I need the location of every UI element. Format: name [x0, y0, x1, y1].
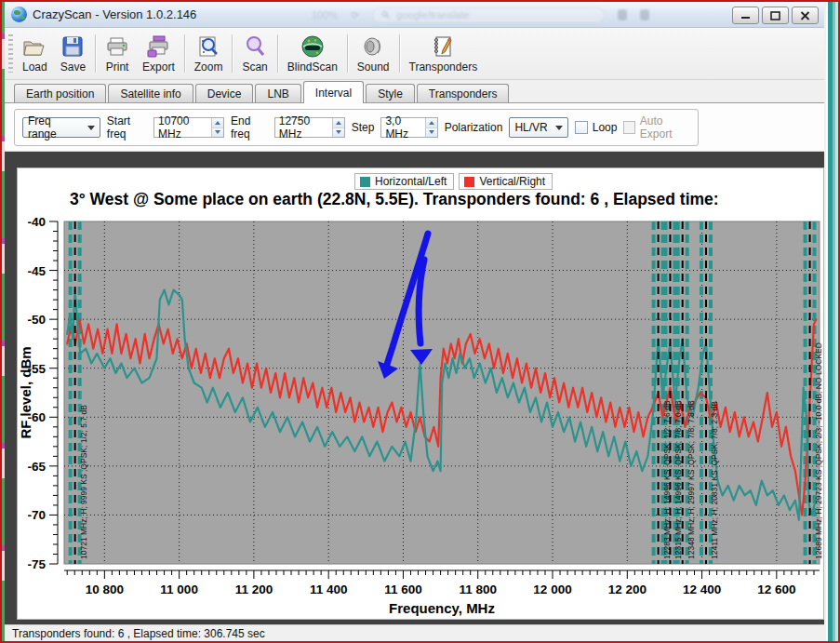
maximize-button[interactable] — [762, 7, 789, 24]
svg-text:10 800: 10 800 — [86, 583, 124, 596]
svg-text:-40: -40 — [27, 215, 46, 229]
title-bar[interactable]: CrazyScan - Version 1.0.2.146 100% ⟳ 🔍︎ … — [5, 2, 824, 28]
screen-edge-artifact-left — [2, 2, 5, 641]
auto-export-checkbox: Auto Export — [623, 114, 690, 141]
zoom-button[interactable]: Zoom — [188, 31, 230, 76]
tab-transponders[interactable]: Transponders — [417, 84, 510, 103]
svg-text:12 200: 12 200 — [608, 583, 647, 596]
ghost-magnifier-icon: 🔍︎ — [380, 9, 391, 20]
chevron-down-icon — [87, 126, 95, 130]
load-button[interactable]: Load — [16, 31, 54, 76]
open-folder-icon — [22, 33, 47, 59]
sound-button[interactable]: Sound — [351, 31, 396, 76]
tab-style[interactable]: Style — [366, 84, 415, 103]
export-button[interactable]: Export — [136, 31, 181, 76]
ghost-refresh-icon: ⟳ — [351, 9, 359, 21]
spin-down-icon — [215, 130, 220, 134]
save-button[interactable]: Save — [54, 31, 92, 76]
legend-swatch-teal — [360, 177, 370, 187]
svg-text:11 200: 11 200 — [235, 583, 273, 596]
freq-range-select[interactable]: Freq range — [22, 117, 100, 138]
notepad-icon — [431, 33, 455, 59]
scan-button[interactable]: Scan — [235, 31, 273, 76]
tab-device[interactable]: Device — [195, 84, 254, 103]
step-label: Step — [352, 121, 375, 134]
chevron-down-icon — [555, 126, 563, 130]
floppy-icon — [61, 33, 84, 59]
desktop-strip-right — [824, 2, 838, 641]
svg-text:11 000: 11 000 — [160, 583, 198, 596]
end-freq-stepper[interactable] — [332, 118, 344, 137]
spin-down-icon — [429, 130, 434, 134]
step-stepper[interactable] — [425, 118, 437, 137]
minimize-button[interactable] — [732, 7, 759, 24]
start-freq-input[interactable]: 10700 MHz — [153, 117, 224, 138]
svg-text:-50: -50 — [27, 313, 46, 327]
svg-text:11 800: 11 800 — [459, 583, 497, 596]
toolbar-separator — [347, 34, 348, 73]
interval-tab-panel: Freq range Start freq 10700 MHz End freq… — [5, 103, 824, 152]
toolbar-separator — [184, 34, 185, 73]
polarization-label: Polarization — [445, 121, 503, 134]
svg-text:-75: -75 — [27, 557, 46, 571]
legend-swatch-red — [464, 177, 474, 187]
polarization-select[interactable]: HL/VR — [509, 117, 567, 138]
svg-text:-70: -70 — [27, 508, 46, 522]
toolbar-separator — [277, 34, 278, 73]
magnifier-icon — [244, 33, 266, 59]
spin-down-icon — [336, 130, 341, 134]
svg-text:12411 MHz; H; 20831 KS ;QPSK;: 12411 MHz; H; 20831 KS ;QPSK; 7/8; 2.3 d… — [710, 401, 719, 559]
tab-lnb[interactable]: LNB — [255, 84, 300, 103]
svg-text:12 400: 12 400 — [683, 583, 721, 596]
start-freq-stepper[interactable] — [211, 118, 223, 137]
blindscan-button[interactable]: BlindScan — [281, 31, 344, 76]
status-text: Transponders found: 6 , Elapsed time: 30… — [12, 627, 265, 640]
tab-satellite-info[interactable]: Satellite info — [108, 84, 193, 103]
checkbox-icon — [575, 121, 588, 134]
loop-checkbox[interactable]: Loop — [575, 121, 618, 134]
scan-settings-group: Freq range Start freq 10700 MHz End freq… — [14, 109, 699, 146]
app-window: CrazyScan - Version 1.0.2.146 100% ⟳ 🔍︎ … — [0, 0, 840, 643]
ghost-icon — [640, 9, 649, 20]
svg-text:10721 MHz; H; 9999 KS ;QPSK; 1: 10721 MHz; H; 9999 KS ;QPSK; 1/2; 5.7 dB — [79, 405, 88, 559]
status-bar: Transponders found: 6 , Elapsed time: 30… — [5, 624, 824, 641]
toolbar-separator — [95, 34, 96, 73]
transponders-button[interactable]: Transponders — [403, 31, 485, 76]
tab-earth-position[interactable]: Earth position — [14, 84, 106, 103]
toolbar-separator — [232, 34, 233, 73]
tab-strip: Earth position Satellite info Device LNB… — [5, 80, 824, 103]
close-icon — [800, 11, 810, 20]
spectrum-plot[interactable]: 10 80011 00011 20011 40011 60011 80012 0… — [18, 168, 824, 620]
ghost-search-box: 🔍︎ google/translate — [372, 7, 605, 23]
start-freq-label: Start freq — [107, 114, 147, 141]
main-area: Horizontal/Left Vertical/Right 3° West @… — [5, 152, 824, 624]
spectrum-chart-panel[interactable]: Horizontal/Left Vertical/Right 3° West @… — [17, 167, 824, 620]
window-title: CrazyScan - Version 1.0.2.146 — [33, 7, 196, 21]
printer-icon — [105, 33, 129, 59]
svg-text:-65: -65 — [27, 460, 46, 474]
svg-text:11 600: 11 600 — [384, 583, 422, 596]
legend-vertical-right[interactable]: Vertical/Right — [459, 173, 553, 190]
svg-text:12348 MHz; H; 29997 KS ;QPSK;: 12348 MHz; H; 29997 KS ;QPSK; 7/8; 7.8 d… — [687, 400, 696, 559]
end-freq-input[interactable]: 12750 MHz — [274, 117, 345, 138]
tab-interval[interactable]: Interval — [303, 81, 364, 103]
speaker-icon — [361, 33, 385, 59]
toolbar: Load Save Print Export — [5, 28, 824, 80]
svg-text:RF level, dBm: RF level, dBm — [18, 346, 33, 438]
print-button[interactable]: Print — [99, 31, 136, 76]
printer-export-icon — [146, 33, 170, 59]
zoom-document-icon — [197, 33, 220, 59]
close-button[interactable] — [792, 7, 819, 24]
titlebar-ghost-overlay: 100% ⟳ 🔍︎ google/translate — [312, 6, 649, 24]
checkbox-icon — [623, 121, 634, 134]
toolbar-gripper[interactable] — [8, 34, 13, 73]
svg-text:-45: -45 — [27, 264, 46, 278]
svg-text:Frequency, MHz: Frequency, MHz — [389, 600, 495, 616]
svg-text:12 000: 12 000 — [533, 583, 571, 596]
svg-text:11 400: 11 400 — [310, 583, 348, 596]
chart-legend: Horizontal/Left Vertical/Right — [354, 173, 553, 190]
end-freq-label: End freq — [231, 114, 268, 141]
chart-title: 3° West @ Some place on earth (22.8N, 5.… — [18, 190, 823, 209]
step-input[interactable]: 3,0 MHz — [380, 117, 437, 138]
legend-horizontal-left[interactable]: Horizontal/Left — [354, 173, 454, 190]
